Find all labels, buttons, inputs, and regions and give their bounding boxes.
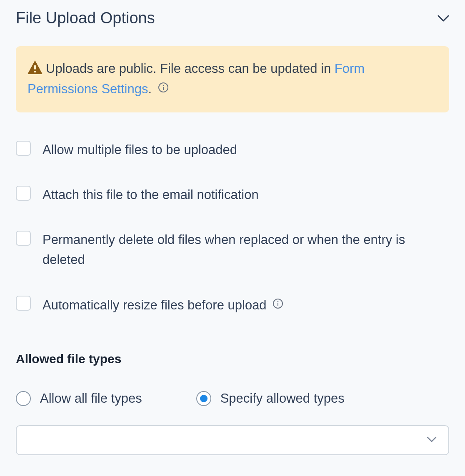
option-auto-resize[interactable]: Automatically resize files before upload xyxy=(16,295,449,315)
radio-label: Allow all file types xyxy=(40,391,142,406)
svg-point-6 xyxy=(278,301,279,302)
option-delete-old[interactable]: Permanently delete old files when replac… xyxy=(16,230,449,270)
radio-input[interactable] xyxy=(196,391,211,406)
chevron-down-icon xyxy=(438,12,449,24)
radio-label: Specify allowed types xyxy=(220,391,345,406)
section-header[interactable]: File Upload Options xyxy=(16,7,449,27)
checkbox[interactable] xyxy=(16,186,31,201)
alert-text-prefix: Uploads are public. File access can be u… xyxy=(46,61,335,76)
allowed-types-radio-group: Allow all file types Specify allowed typ… xyxy=(16,391,449,406)
checkbox[interactable] xyxy=(16,296,31,311)
alert-text-suffix: . xyxy=(148,82,152,96)
info-icon[interactable] xyxy=(158,79,169,90)
radio-input[interactable] xyxy=(16,391,31,406)
allowed-types-select[interactable] xyxy=(16,425,449,455)
option-label: Permanently delete old files when replac… xyxy=(42,230,449,270)
info-icon[interactable] xyxy=(272,295,283,306)
option-label: Attach this file to the email notificati… xyxy=(42,185,449,205)
public-upload-alert: Uploads are public. File access can be u… xyxy=(16,46,449,112)
allowed-file-types-heading: Allowed file types xyxy=(16,352,449,366)
option-allow-multiple[interactable]: Allow multiple files to be uploaded xyxy=(16,140,449,160)
option-label: Automatically resize files before upload xyxy=(42,295,449,315)
option-attach-email[interactable]: Attach this file to the email notificati… xyxy=(16,185,449,205)
svg-point-1 xyxy=(34,71,36,73)
checkbox[interactable] xyxy=(16,231,31,246)
radio-specify-allowed[interactable]: Specify allowed types xyxy=(196,391,345,406)
svg-rect-0 xyxy=(34,65,36,70)
svg-point-3 xyxy=(162,85,164,86)
option-label-text: Automatically resize files before upload xyxy=(42,298,267,312)
chevron-down-icon xyxy=(427,436,437,444)
option-label: Allow multiple files to be uploaded xyxy=(42,140,449,160)
warning-icon xyxy=(28,60,42,74)
checkbox[interactable] xyxy=(16,141,31,156)
radio-allow-all[interactable]: Allow all file types xyxy=(16,391,142,406)
section-title: File Upload Options xyxy=(16,9,155,27)
